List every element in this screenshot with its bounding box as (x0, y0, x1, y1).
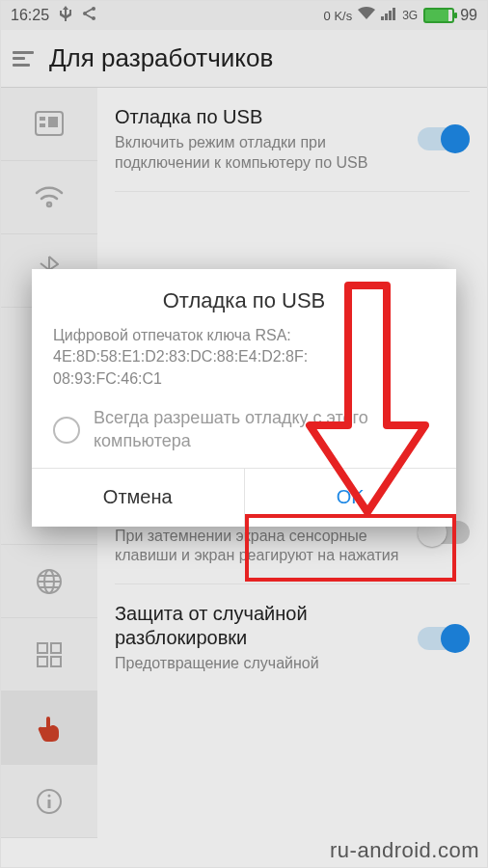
usb-debug-dialog: Отладка по USB Цифровой отпечаток ключа … (32, 269, 456, 527)
checkbox-label: Всегда разрешать отладку с этого компьют… (94, 407, 435, 452)
rsa-label: Цифровой отпечаток ключа RSA: (53, 327, 291, 343)
watermark: ru-android.com (330, 838, 479, 863)
dialog-message: Цифровой отпечаток ключа RSA: 4E:8D:58:E… (53, 325, 435, 390)
annotation-highlight (245, 514, 456, 582)
cancel-button[interactable]: Отмена (32, 469, 245, 527)
checkbox-icon[interactable] (53, 417, 80, 444)
dialog-title: Отладка по USB (53, 288, 435, 313)
rsa-fingerprint-2: 08:93:FC:46:C1 (53, 370, 162, 387)
always-allow-row[interactable]: Всегда разрешать отладку с этого компьют… (53, 407, 435, 452)
rsa-fingerprint-1: 4E:8D:58:E1:D2:83:DC:88:E4:D2:8F: (53, 348, 308, 365)
modal-overlay: Отладка по USB Цифровой отпечаток ключа … (1, 1, 487, 867)
